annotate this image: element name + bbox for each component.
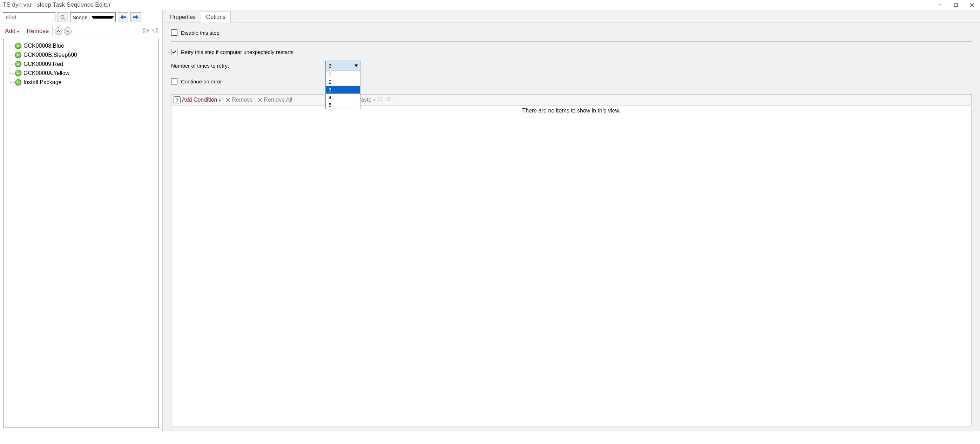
window-title: TS dyn var - sleep Task Sequence Editor: [3, 2, 111, 8]
expand-all-button[interactable]: [143, 27, 150, 35]
retry-count-value: 3: [329, 63, 331, 69]
disable-step-row: Disable this step: [171, 29, 972, 36]
retry-step-checkbox[interactable]: [171, 49, 177, 55]
move-up-button[interactable]: [55, 27, 62, 35]
divider: [171, 41, 972, 42]
retry-count-combo[interactable]: 3: [325, 60, 360, 70]
arrow-left-icon: [120, 15, 126, 20]
step-tree[interactable]: GCK00008:Blue GCK0000B:Sleep600 GCK00009…: [3, 39, 159, 428]
disable-step-checkbox[interactable]: [171, 29, 177, 36]
retry-count-label: Number of times to retry:: [171, 63, 325, 69]
tree-collapse-icon: [386, 96, 392, 102]
tree-item[interactable]: GCK00009:Red: [5, 60, 157, 69]
tree-connector: [5, 69, 15, 78]
svg-rect-1: [955, 3, 958, 7]
collapse-cond-button[interactable]: [386, 96, 392, 104]
minimize-button[interactable]: [932, 0, 948, 10]
tree-connector: [5, 78, 15, 87]
svg-rect-20: [379, 97, 380, 98]
svg-rect-10: [156, 29, 158, 30]
remove-button[interactable]: Remove: [25, 27, 50, 35]
retry-option[interactable]: 2: [326, 78, 360, 86]
tab-options[interactable]: Options: [201, 11, 231, 22]
svg-rect-8: [143, 29, 145, 30]
tree-expand-icon: [378, 96, 384, 102]
tree-item-label: GCK00008:Blue: [24, 43, 64, 49]
condition-list-empty: There are no items to show in this view.: [522, 108, 620, 114]
retry-option[interactable]: 5: [326, 101, 360, 109]
retry-option[interactable]: 1: [326, 70, 360, 78]
separator: [52, 27, 52, 35]
retry-option[interactable]: 3: [326, 86, 360, 94]
disable-step-label: Disable this step: [181, 30, 220, 36]
condition-list[interactable]: There are no items to show in this view.: [171, 105, 972, 427]
chevron-down-icon: ▾: [17, 29, 19, 33]
right-pane: Properties Options Disable this step Ret…: [163, 10, 980, 431]
options-panel: Disable this step Retry this step if com…: [163, 22, 980, 431]
add-label: Add: [5, 28, 16, 34]
svg-rect-23: [390, 100, 391, 101]
scope-label: Scope: [73, 14, 92, 20]
add-condition-button[interactable]: Add Condition ▾: [182, 97, 221, 103]
nav-back-button[interactable]: [118, 12, 128, 22]
search-button[interactable]: [57, 12, 68, 22]
remove-all-conditions-button[interactable]: Remove All: [257, 97, 292, 103]
help-icon[interactable]: ?: [173, 97, 181, 103]
tree-connector: [5, 51, 15, 60]
continue-on-error-row: Continue on error: [171, 78, 972, 84]
continue-on-error-label: Continue on error: [181, 78, 222, 84]
collapse-all-button[interactable]: [152, 27, 159, 35]
window-controls: [932, 0, 980, 10]
retry-count-dropdown[interactable]: 1 2 3 4 5: [325, 70, 360, 109]
tree-item-label: GCK0000A:Yellow: [24, 70, 69, 76]
tree-toolbar: Add ▾ Remove: [0, 24, 162, 39]
tree-item[interactable]: GCK0000A:Yellow: [5, 69, 157, 78]
find-toolbar: x Scope: [0, 10, 162, 24]
svg-line-5: [64, 18, 65, 20]
remove-condition-label: Remove: [232, 97, 253, 103]
tree-connector: [5, 60, 15, 69]
expand-cond-button[interactable]: [378, 96, 384, 104]
separator: [223, 96, 223, 104]
add-condition-label: Add Condition: [182, 97, 217, 103]
retry-option[interactable]: 4: [326, 94, 360, 101]
search-icon: [60, 14, 65, 20]
scope-dropdown[interactable]: Scope: [70, 12, 116, 22]
success-icon: [15, 61, 21, 67]
tree-item[interactable]: Install Package: [5, 78, 157, 87]
continue-on-error-checkbox[interactable]: [171, 78, 177, 84]
chevron-down-icon: ▾: [219, 98, 221, 102]
svg-marker-6: [120, 15, 126, 19]
retry-count-row: Number of times to retry: 3 1 2 3 4 5: [171, 60, 972, 70]
find-box[interactable]: x: [3, 12, 56, 22]
chevron-up-icon: [57, 29, 60, 33]
add-button[interactable]: Add ▾: [3, 27, 21, 35]
tab-properties[interactable]: Properties: [165, 11, 201, 22]
chevron-down-icon: ▾: [373, 98, 375, 102]
left-pane: x Scope: [0, 10, 163, 431]
svg-marker-7: [133, 15, 138, 19]
nav-forward-button[interactable]: [130, 12, 141, 22]
chevron-down-icon: [92, 16, 114, 19]
condition-toolbar: ? Add Condition ▾ Remove Remove All: [171, 94, 972, 105]
tree-expand-icon: [143, 27, 150, 34]
svg-rect-11: [156, 32, 158, 33]
maximize-button[interactable]: [948, 0, 964, 10]
move-down-button[interactable]: [64, 27, 72, 35]
success-icon: [15, 70, 21, 76]
arrow-right-icon: [132, 15, 139, 20]
close-button[interactable]: [964, 0, 980, 10]
title-bar: TS dyn var - sleep Task Sequence Editor: [0, 0, 980, 10]
tree-connector: [5, 41, 15, 51]
chevron-down-icon: [355, 65, 358, 67]
tree-item-label: Install Package: [24, 79, 62, 86]
success-icon: [15, 52, 21, 58]
separator: [23, 27, 23, 35]
tree-item[interactable]: GCK0000B:Sleep600: [5, 51, 157, 60]
remove-all-label: Remove All: [264, 97, 292, 103]
tree-item[interactable]: GCK00008:Blue: [5, 41, 157, 51]
remove-condition-button[interactable]: Remove: [226, 97, 253, 103]
svg-rect-22: [390, 97, 391, 98]
svg-rect-9: [143, 32, 145, 33]
success-icon: [15, 79, 21, 86]
